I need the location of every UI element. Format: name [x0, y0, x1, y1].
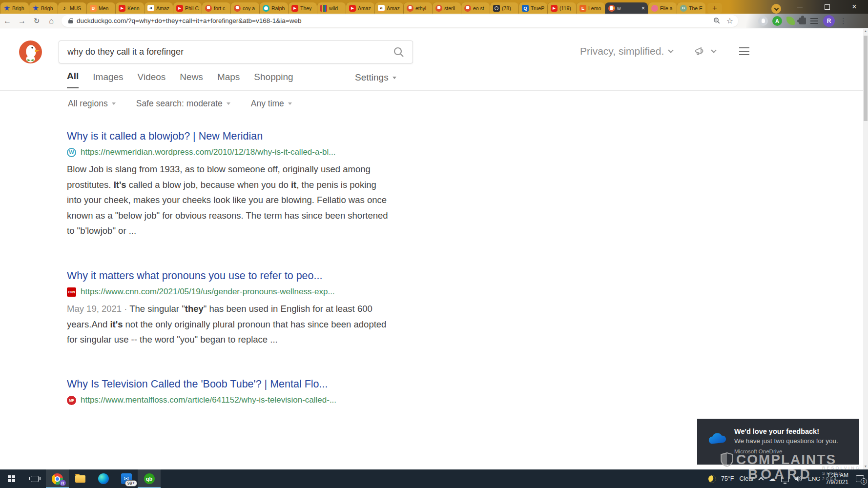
close-tab-icon[interactable]: ×	[641, 6, 646, 11]
browser-tab[interactable]: coy a	[230, 2, 259, 14]
onedrive-tray-icon[interactable]: ☁	[768, 474, 776, 483]
result-url-link[interactable]: https://newmeridian.wordpress.com/2010/1…	[81, 147, 336, 157]
url-text[interactable]: duckduckgo.com/?q=why+do+they+call+it+a+…	[77, 17, 713, 24]
tab-maps[interactable]: Maps	[217, 72, 240, 88]
megaphone-icon	[694, 46, 707, 56]
browser-tab[interactable]: ELemo	[576, 2, 605, 14]
https-lock-icon[interactable]	[68, 20, 73, 23]
start-taskbar-button[interactable]	[0, 469, 23, 488]
back-icon[interactable]: ←	[0, 17, 15, 25]
search-input[interactable]	[59, 47, 393, 57]
onedrive-toast[interactable]: We'd love your feedback! We have just tw…	[697, 419, 859, 465]
page-scrollbar[interactable]: ▲ ▼	[863, 29, 868, 469]
result-title-link[interactable]: Why it matters what pronouns you use to …	[67, 269, 411, 283]
browser-tab[interactable]: ★Brigh	[29, 2, 58, 14]
browser-avatar[interactable]: R	[823, 15, 835, 27]
scroll-up-arrow-icon[interactable]: ▲	[863, 29, 868, 33]
scroll-down-arrow-icon[interactable]: ▼	[863, 465, 868, 468]
settings-menu[interactable]: Settings	[355, 72, 396, 83]
result-title-link[interactable]: Why is it called a blowjob? | New Meridi…	[67, 129, 411, 143]
reload-icon[interactable]: ↻	[29, 17, 44, 25]
result-url-link[interactable]: https://www.mentalfloss.com/article/6411…	[81, 395, 336, 405]
browser-tab[interactable]: eo st	[461, 2, 490, 14]
browser-tab[interactable]: ethyl	[403, 2, 432, 14]
quickbooks-taskbar-button[interactable]: qb	[138, 469, 161, 488]
tab-images[interactable]: Images	[93, 72, 123, 88]
leaf-extension-icon[interactable]	[786, 17, 795, 25]
browser-tab[interactable]: steril	[432, 2, 461, 14]
browser-tab[interactable]: ♪MUS	[58, 2, 86, 14]
menu-hamburger-icon[interactable]	[739, 47, 749, 55]
filter-dropdown[interactable]: All regions	[68, 99, 116, 109]
a-extension-icon[interactable]: A	[772, 16, 782, 26]
browser-menu-icon[interactable]: ⋮	[840, 17, 847, 25]
browser-tab[interactable]: ▶Kenn	[115, 2, 144, 14]
puzzle-extension-icon[interactable]	[799, 18, 806, 24]
browser-tab[interactable]: ▶(119)	[547, 2, 576, 14]
filter-dropdown[interactable]: Any time	[251, 99, 292, 109]
browser-tab[interactable]: ▶They	[288, 2, 317, 14]
browser-tab[interactable]: wild	[317, 2, 346, 14]
browser-tab[interactable]: ▶Amaz	[346, 2, 374, 14]
search-icon[interactable]	[393, 46, 405, 58]
browser-tab[interactable]: ★Brigh	[0, 2, 29, 14]
toast-body: We have just two questions for you.	[734, 437, 838, 445]
dark-badge-favicon-icon	[493, 5, 500, 12]
chrome-taskbar-button[interactable]: R	[46, 469, 69, 488]
new-tab-button[interactable]: +	[707, 3, 722, 14]
browser-tab[interactable]: BMen	[86, 2, 115, 14]
maximize-button[interactable]	[813, 0, 841, 14]
moon-icon[interactable]	[707, 474, 717, 483]
browser-tab[interactable]: aAmaz	[374, 2, 403, 14]
bookmark-star-icon[interactable]: ☆	[726, 16, 733, 25]
browser-tab[interactable]: (78)	[490, 2, 518, 14]
result-url-row: MFhttps://www.mentalfloss.com/article/64…	[67, 395, 411, 405]
browser-profile-chip[interactable]	[771, 4, 781, 14]
browser-tab[interactable]: aAmaz	[144, 2, 173, 14]
tab-videos[interactable]: Videos	[138, 72, 166, 88]
browser-tab[interactable]: BThe E	[677, 2, 705, 14]
task-view-taskbar-button[interactable]	[23, 469, 46, 488]
weather-condition[interactable]: Clear	[739, 475, 754, 482]
result-snippet: Blow Job is slang from 1933, as to blow …	[67, 162, 389, 239]
scrollbar-thumb[interactable]	[864, 36, 868, 121]
browser-tab[interactable]: ▶Phil C	[173, 2, 202, 14]
browser-tab-active[interactable]: w×	[605, 2, 648, 14]
browser-tab[interactable]: fort c	[202, 2, 230, 14]
chevron-up-icon[interactable]	[759, 477, 764, 482]
tab-news[interactable]: News	[180, 72, 203, 88]
explorer-taskbar-button[interactable]	[69, 469, 92, 488]
privacy-tagline[interactable]: Privacy, simplified.	[580, 45, 673, 57]
home-icon[interactable]: ⌂	[44, 17, 59, 25]
list-extension-icon[interactable]	[810, 18, 818, 24]
weather-temp[interactable]: 75°F	[721, 475, 734, 482]
edge-taskbar-button[interactable]	[92, 469, 115, 488]
close-button[interactable]: ×	[841, 0, 868, 14]
edge-icon	[98, 473, 109, 484]
network-display-icon[interactable]	[781, 477, 789, 482]
volume-icon[interactable]	[794, 475, 803, 482]
tab-all[interactable]: All	[67, 71, 79, 88]
browser-tab[interactable]: Ralph	[259, 2, 288, 14]
browser-tab[interactable]: QTrueP	[518, 2, 547, 14]
filter-dropdown[interactable]: Safe search: moderate	[136, 99, 230, 109]
zoom-page-icon[interactable]	[713, 17, 721, 24]
music-note-favicon-icon: ♪	[61, 5, 68, 12]
forward-icon[interactable]: →	[15, 17, 29, 25]
language-indicator[interactable]: ENG	[808, 476, 820, 482]
tab-title: They	[300, 5, 315, 11]
bulb-extension-icon[interactable]	[758, 16, 768, 26]
minimize-button[interactable]	[786, 0, 813, 14]
announcement-control[interactable]	[694, 46, 716, 56]
result-url-link[interactable]: https://www.cnn.com/2021/05/19/us/gender…	[81, 287, 335, 297]
tab-shopping[interactable]: Shopping	[254, 72, 293, 88]
address-bar[interactable]: duckduckgo.com/?q=why+do+they+call+it+a+…	[62, 15, 738, 27]
action-center-icon[interactable]: 1	[856, 475, 864, 482]
duckduckgo-logo[interactable]	[19, 40, 42, 64]
circle-teal-favicon-icon	[263, 5, 269, 12]
duckduckgo-extension-icon[interactable]	[744, 16, 754, 26]
result-title-link[interactable]: Why Is Television Called the 'Boob Tube'…	[67, 377, 411, 391]
browser-tab[interactable]: File a	[648, 2, 677, 14]
mail-taskbar-button[interactable]: ✉99+	[115, 469, 138, 488]
taskbar-clock[interactable]: 1:35 AM 7/9/2021	[826, 472, 848, 486]
